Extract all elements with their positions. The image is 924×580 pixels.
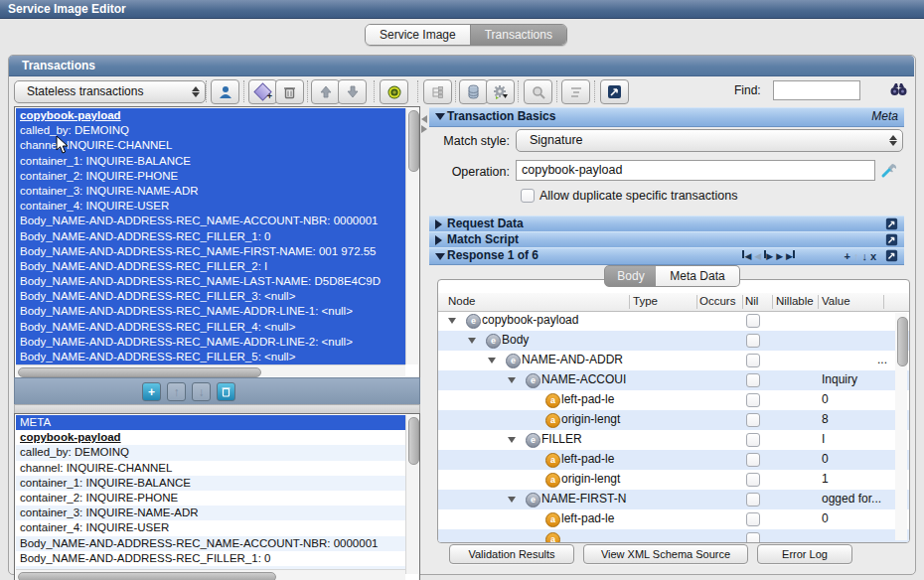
meta-move-down-button[interactable]: ↓ xyxy=(192,382,211,401)
nil-checkbox[interactable] xyxy=(746,354,760,367)
column-header-nillable[interactable]: Nillable xyxy=(776,295,814,307)
view-xml-schema-button[interactable]: View XML Schema Source xyxy=(583,544,748,564)
column-header-value[interactable]: Value xyxy=(822,295,850,307)
list-item[interactable]: container_3: INQUIRE-NAME-ADR xyxy=(16,506,405,520)
nav-next-icon[interactable]: ▶ xyxy=(776,250,783,262)
list-item[interactable]: Body_NAME-AND-ADDRESS-REC_FILLER_5: <nul… xyxy=(16,350,405,364)
vscroll-thumb[interactable] xyxy=(897,317,908,366)
operation-input[interactable]: copybook-payload xyxy=(516,160,875,181)
tab-transactions[interactable]: Transactions xyxy=(470,25,566,45)
tree-row[interactable]: a xyxy=(438,529,909,542)
allow-duplicate-checkbox[interactable] xyxy=(521,189,535,203)
hscroll-thumb[interactable] xyxy=(18,572,276,580)
list-item[interactable]: container_2: INQUIRE-PHONE xyxy=(16,169,405,184)
tree-row[interactable]: eBody xyxy=(438,331,909,351)
list-item[interactable]: Body_NAME-AND-ADDRESS-REC_NAME-LAST-NAME… xyxy=(16,274,405,289)
request-data-header[interactable]: Request Data xyxy=(429,216,904,232)
tree-view-button[interactable] xyxy=(423,79,452,104)
add-response-icon[interactable]: + xyxy=(844,250,849,262)
tree-row[interactable]: eNAME-AND-ADDR... xyxy=(438,351,909,370)
transaction-basics-header[interactable]: Transaction Basics Meta xyxy=(429,107,904,127)
list-item[interactable]: Body_NAME-AND-ADDRESS-REC_NAME-ACCOUNT-N… xyxy=(16,536,405,551)
nil-checkbox[interactable] xyxy=(746,314,760,328)
tab-service-image[interactable]: Service Image xyxy=(366,25,470,45)
column-header-occurs[interactable]: Occurs xyxy=(699,295,735,307)
edit-external-icon[interactable] xyxy=(885,233,898,246)
expand-triangle-icon[interactable] xyxy=(448,318,456,324)
tab-body[interactable]: Body xyxy=(604,265,658,287)
add-transaction-button[interactable]: + xyxy=(248,79,277,104)
tree-row[interactable]: aleft-pad-le0 xyxy=(438,450,909,470)
column-header-node[interactable]: Node xyxy=(448,295,476,307)
nav-previous-icon[interactable]: ◀ xyxy=(754,250,761,262)
list-item[interactable]: Body_NAME-AND-ADDRESS-REC_FILLER_1: 0 xyxy=(16,551,405,566)
transaction-filter-dropdown[interactable]: Stateless transactions xyxy=(14,80,206,103)
list-item[interactable]: Body_NAME-AND-ADDRESS-REC_NAME-FIRST-NAM… xyxy=(16,244,405,259)
expand-triangle-icon[interactable] xyxy=(488,358,496,363)
expand-triangle-icon[interactable] xyxy=(508,377,516,383)
nil-checkbox[interactable] xyxy=(746,413,760,427)
list-item[interactable]: container_4: INQUIRE-USER xyxy=(16,520,405,535)
expand-triangle-icon[interactable] xyxy=(435,219,442,229)
user-button[interactable] xyxy=(211,79,239,104)
wrench-icon[interactable] xyxy=(880,162,898,180)
data-source-button[interactable] xyxy=(459,79,488,104)
move-response-up-icon[interactable]: ↑ xyxy=(853,250,859,262)
expand-triangle-icon[interactable] xyxy=(508,437,516,443)
meta-add-button[interactable]: + xyxy=(142,382,161,401)
delete-transaction-button[interactable] xyxy=(275,79,304,104)
find-input[interactable] xyxy=(773,80,860,100)
nil-checkbox[interactable] xyxy=(746,473,760,487)
expand-triangle-icon[interactable] xyxy=(508,497,516,503)
tree-row[interactable]: aorigin-lengt8 xyxy=(438,410,909,430)
generate-button[interactable] xyxy=(486,79,515,104)
meta-delete-button[interactable] xyxy=(217,382,235,401)
list-item[interactable]: META xyxy=(16,415,405,430)
list-item[interactable]: copybook-payload xyxy=(16,108,405,123)
match-style-dropdown[interactable]: Signature xyxy=(516,129,903,152)
list-item[interactable]: container_4: INQUIRE-USER xyxy=(16,199,405,214)
edit-external-icon[interactable] xyxy=(885,218,898,230)
tree-row[interactable]: ecopybook-payload xyxy=(438,311,909,331)
transaction-list-hscrollbar[interactable] xyxy=(16,364,405,376)
nil-checkbox[interactable] xyxy=(746,453,760,467)
list-item[interactable]: Body_NAME-AND-ADDRESS-REC_FILLER_3: <nul… xyxy=(16,289,405,304)
tree-row[interactable]: aleft-pad-le0 xyxy=(438,509,909,529)
list-item[interactable]: container_1: INQUIRE-BALANCE xyxy=(16,476,405,491)
list-item[interactable]: Body_NAME-AND-ADDRESS-REC_FILLER_1: 0 xyxy=(16,229,405,244)
move-down-button[interactable] xyxy=(338,79,367,104)
tree-row[interactable]: eFILLERI xyxy=(438,430,909,450)
meta-move-up-button[interactable]: ↑ xyxy=(167,382,186,401)
tree-row[interactable]: eNAME-FIRST-Nogged for... xyxy=(438,490,909,509)
nil-checkbox[interactable] xyxy=(746,433,760,447)
list-item[interactable]: called_by: DEMOINQ xyxy=(16,445,405,460)
nil-checkbox[interactable] xyxy=(746,493,760,507)
move-response-down-icon[interactable]: ↓ xyxy=(861,250,867,262)
error-log-button[interactable]: Error Log xyxy=(757,544,852,564)
tree-row[interactable]: aorigin-lengt1 xyxy=(438,470,909,490)
expand-triangle-icon[interactable] xyxy=(435,235,442,245)
nil-checkbox[interactable] xyxy=(746,532,760,542)
response-header[interactable]: Response 1 of 6 ◀ ◀ ▶ ▶ ▶ + ↑ ↓ x xyxy=(429,247,904,265)
nav-first-icon[interactable]: ◀ xyxy=(742,250,751,262)
list-item[interactable]: Body_NAME-AND-ADDRESS-REC_NAME-ADDR-LINE… xyxy=(16,335,405,350)
list-item[interactable]: Body_NAME-AND-ADDRESS-REC_FILLER_4: <nul… xyxy=(16,320,405,335)
move-up-button[interactable] xyxy=(311,79,340,104)
list-item[interactable]: channel: INQUIRE-CHANNEL xyxy=(16,461,405,476)
edit-external-button[interactable] xyxy=(600,79,629,104)
collapse-triangle-icon[interactable] xyxy=(435,113,445,120)
list-item[interactable]: Body_NAME-AND-ADDRESS-REC_NAME-ADDR-LINE… xyxy=(16,304,405,319)
meta-list-vscrollbar[interactable] xyxy=(405,415,418,574)
column-header-nil[interactable]: Nil xyxy=(745,295,758,307)
hscroll-thumb[interactable] xyxy=(18,367,261,377)
timer-button[interactable] xyxy=(380,79,408,104)
nav-last-icon[interactable]: ▶ xyxy=(786,250,795,262)
binoculars-icon[interactable] xyxy=(889,81,908,97)
sort-lines-button[interactable] xyxy=(561,79,590,104)
nil-checkbox[interactable] xyxy=(746,334,760,348)
validation-results-button[interactable]: Validation Results xyxy=(449,544,574,564)
list-item[interactable]: container_1: INQUIRE-BALANCE xyxy=(16,154,405,169)
search-button[interactable] xyxy=(524,79,552,104)
tree-vscrollbar[interactable] xyxy=(895,313,907,540)
list-item[interactable]: Body_NAME-AND-ADDRESS-REC_FILLER_2: I xyxy=(16,259,405,274)
